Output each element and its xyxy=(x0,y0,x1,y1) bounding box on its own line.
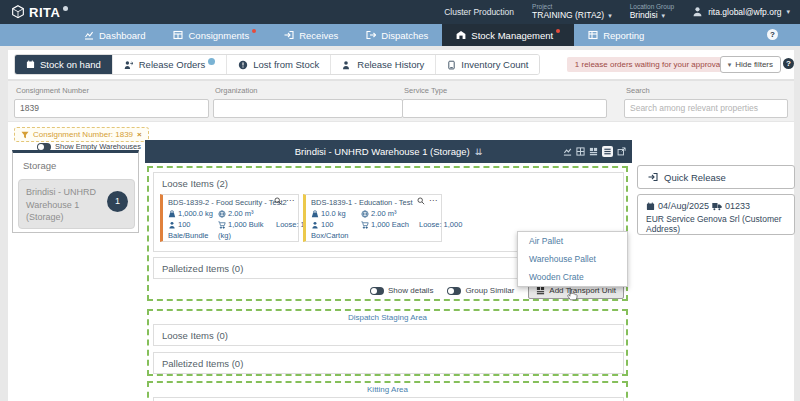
hide-filters-button[interactable]: ▾ Hide filters xyxy=(720,56,781,73)
staging-loose-section: Loose Items (0) xyxy=(153,324,624,346)
notification-dot xyxy=(556,29,560,33)
filter-panel: Consignment Number Organization Service … xyxy=(8,80,794,122)
inspect-icon[interactable] xyxy=(274,197,282,205)
nav-reporting[interactable]: Reporting xyxy=(574,24,658,46)
transport-unit-menu: Air Pallet Warehouse Pallet Wooden Crate xyxy=(517,231,628,287)
order-number: 01233 xyxy=(725,201,750,211)
nav-consignments[interactable]: Consignments xyxy=(159,24,270,46)
storage-sidebar: Storage Brindisi - UNHRD Warehouse 1 (St… xyxy=(12,150,139,233)
main-nav: Dashboard Consignments Receives Dispatch… xyxy=(0,24,800,46)
tab-inventory-count[interactable]: Inventory Count xyxy=(436,55,539,74)
kitting-zone: Kitting Area xyxy=(147,381,628,401)
volume-value: 2.00 m³ xyxy=(371,209,396,220)
report-table-icon xyxy=(588,30,598,40)
calendar-icon xyxy=(646,202,655,211)
menu-item-air-pallet[interactable]: Air Pallet xyxy=(518,232,627,250)
nav-receives[interactable]: Receives xyxy=(270,24,352,46)
count-value: 100 xyxy=(178,220,191,231)
active-filter-chip[interactable]: Consignment Number: 1839 × xyxy=(14,127,149,142)
chart-view-icon[interactable] xyxy=(563,147,572,156)
group-similar-toggle[interactable]: Group Similar xyxy=(447,286,514,295)
user-icon xyxy=(692,6,703,17)
list-view-icon[interactable] xyxy=(602,146,613,157)
field-label: Service Type xyxy=(404,86,607,95)
stock-card-food-security[interactable]: BDS-1839-2 - Food Security - Test2 ⋯ 1,0… xyxy=(160,194,299,242)
field-label: Organization xyxy=(215,86,403,95)
consignment-number-input[interactable] xyxy=(14,99,209,118)
quick-release-button[interactable]: Quick Release xyxy=(637,165,795,189)
calendar-icon xyxy=(26,60,35,69)
search-input[interactable] xyxy=(624,99,788,118)
menu-item-wooden-crate[interactable]: Wooden Crate xyxy=(518,268,627,286)
nav-stock-management[interactable]: Stock Management xyxy=(442,24,574,46)
field-label: Consignment Number xyxy=(16,86,209,95)
table-icon xyxy=(173,30,183,40)
loose-unit: Bale/Bundle xyxy=(168,231,208,242)
order-customer: EUR Service Genova Srl (Customer Address… xyxy=(646,214,788,234)
storage-group-title: Storage xyxy=(13,153,138,171)
staging-palletized-section: Palletized Items (0) xyxy=(153,352,624,374)
nav-dispatches[interactable]: Dispatches xyxy=(352,24,442,46)
fullscreen-icon[interactable] xyxy=(617,147,626,156)
palletized-items-header: Palletized Items (0) xyxy=(154,353,623,369)
arrow-out-icon xyxy=(366,30,376,40)
view-toggle-icons xyxy=(563,140,626,163)
quantity-unit: (kg) xyxy=(218,231,231,242)
filter-search: Search xyxy=(624,84,788,118)
zone-title: Kitting Area xyxy=(149,383,626,394)
inspect-icon[interactable] xyxy=(417,197,425,205)
remove-filter-icon[interactable]: × xyxy=(137,130,142,139)
organization-input[interactable] xyxy=(213,99,403,118)
pallet-icon xyxy=(536,286,545,295)
warehouse-icon xyxy=(456,30,466,40)
more-menu-icon[interactable]: ⋯ xyxy=(286,199,295,203)
alert-circle-icon xyxy=(238,60,248,70)
stock-card-education[interactable]: BDS-1839-1 - Education - Test ⋯ 10.0 kg … xyxy=(303,194,442,242)
warehouse-list-item[interactable]: Brindisi - UNHRD Warehouse 1 (Storage) 1 xyxy=(18,179,135,229)
rita-logo[interactable]: RITA xyxy=(10,4,68,20)
toggle-icon xyxy=(370,287,384,295)
tab-lost-from-stock[interactable]: Lost from Stock xyxy=(227,55,331,74)
tab-release-orders[interactable]: Release Orders xyxy=(113,55,228,74)
field-label: Search xyxy=(626,86,788,95)
pallet-view-icon[interactable] xyxy=(589,147,598,156)
tab-stock-on-hand[interactable]: Stock on hand xyxy=(15,55,113,74)
volume-value: 2.00 m³ xyxy=(228,209,253,220)
service-type-input[interactable] xyxy=(402,99,607,118)
help-icon[interactable]: ? xyxy=(767,29,778,40)
menu-item-warehouse-pallet[interactable]: Warehouse Pallet xyxy=(518,250,627,268)
location-group-select[interactable]: Location Group Brindisi▾ xyxy=(630,3,674,20)
funnel-icon xyxy=(21,131,29,139)
line-chart-icon xyxy=(84,30,94,40)
quantity-value: 1,000 Each xyxy=(371,220,409,231)
tab-release-history[interactable]: Release History xyxy=(331,55,436,74)
filter-service-type: Service Type xyxy=(402,84,607,118)
nav-dashboard[interactable]: Dashboard xyxy=(70,24,159,46)
stock-card-stats: 10.0 kg 2.00 m³ 100 1,000 Each Loose: 1,… xyxy=(311,209,438,242)
filter-consignment-number: Consignment Number xyxy=(14,84,209,118)
grid-view-icon[interactable] xyxy=(576,147,585,156)
stock-toolbar: Stock on hand Release Orders Lost from S… xyxy=(8,50,794,80)
user-menu[interactable]: rita.global@wfp.org ▾ xyxy=(692,6,790,17)
cube-icon xyxy=(10,4,26,20)
filter-organization: Organization xyxy=(213,84,403,118)
loose-items-header: Loose Items (0) xyxy=(154,325,623,341)
loose-items-header: Loose Items (2) xyxy=(154,173,623,189)
caret-down-icon: ▾ xyxy=(728,61,732,69)
show-details-toggle[interactable]: Show details xyxy=(370,286,433,295)
clipboard-icon xyxy=(447,60,456,70)
warehouse-count-badge: 1 xyxy=(107,191,128,212)
warehouse-panel-header[interactable]: Brindisi - UNHRD Warehouse 1 (Storage) ⇊ xyxy=(145,140,632,163)
user-email: rita.global@wfp.org xyxy=(708,7,781,17)
order-date: 04/Aug/2025 xyxy=(658,201,709,211)
approval-notice[interactable]: 1 release orders waiting for your approv… xyxy=(567,57,730,72)
dispatch-staging-zone: Dispatch Staging Area Loose Items (0) Pa… xyxy=(147,309,628,376)
project-select[interactable]: Project TRAINING (RITA2)▾ xyxy=(532,3,612,20)
help-icon[interactable]: ? xyxy=(783,58,794,69)
arrow-in-icon xyxy=(284,30,294,40)
more-menu-icon[interactable]: ⋯ xyxy=(429,199,438,203)
caret-down-icon: ▾ xyxy=(786,8,790,16)
loose-unit: Box/Carton xyxy=(311,231,349,242)
release-order-card[interactable]: 04/Aug/2025 01233 EUR Service Genova Srl… xyxy=(637,194,795,235)
collapse-chevrons-icon: ⇊ xyxy=(475,147,483,157)
